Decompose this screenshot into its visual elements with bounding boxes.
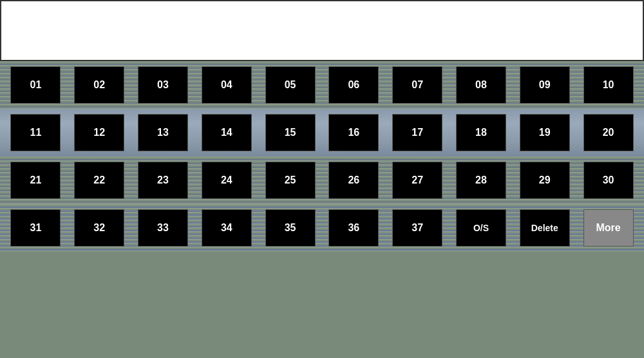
key-17[interactable]: 17 bbox=[392, 114, 442, 151]
key-12[interactable]: 12 bbox=[74, 114, 124, 151]
key-03[interactable]: 03 bbox=[138, 66, 188, 104]
key-22[interactable]: 22 bbox=[74, 162, 124, 199]
key-31[interactable]: 31 bbox=[10, 209, 61, 247]
key-37[interactable]: 37 bbox=[392, 209, 442, 247]
key-06[interactable]: 06 bbox=[328, 66, 379, 104]
key-08[interactable]: 08 bbox=[456, 66, 506, 104]
key-19[interactable]: 19 bbox=[520, 114, 570, 151]
key-32[interactable]: 32 bbox=[74, 209, 124, 247]
keypad-row-2: 11 12 13 14 15 16 17 18 19 20 bbox=[0, 109, 644, 156]
keypad-row-4: 31 32 33 34 35 36 37 O/S Delete More bbox=[0, 204, 644, 252]
key-18[interactable]: 18 bbox=[456, 114, 506, 151]
key-23[interactable]: 23 bbox=[138, 162, 188, 199]
key-14[interactable]: 14 bbox=[202, 114, 252, 151]
key-os[interactable]: O/S bbox=[456, 209, 506, 247]
key-09[interactable]: 09 bbox=[520, 66, 570, 104]
key-delete[interactable]: Delete bbox=[520, 209, 570, 247]
key-16[interactable]: 16 bbox=[328, 114, 379, 151]
key-29[interactable]: 29 bbox=[520, 162, 570, 199]
key-34[interactable]: 34 bbox=[202, 209, 252, 247]
key-04[interactable]: 04 bbox=[202, 66, 252, 104]
keypad-row-1: 01 02 03 04 05 06 07 08 09 10 bbox=[0, 61, 644, 109]
key-01[interactable]: 01 bbox=[10, 66, 61, 104]
key-35[interactable]: 35 bbox=[265, 209, 316, 247]
key-24[interactable]: 24 bbox=[202, 162, 252, 199]
key-27[interactable]: 27 bbox=[392, 162, 442, 199]
key-26[interactable]: 26 bbox=[328, 162, 379, 199]
key-15[interactable]: 15 bbox=[265, 114, 316, 151]
keypad-row-3: 21 22 23 24 25 26 27 28 29 30 bbox=[0, 156, 644, 204]
key-05[interactable]: 05 bbox=[265, 66, 316, 104]
key-28[interactable]: 28 bbox=[456, 162, 506, 199]
key-30[interactable]: 30 bbox=[583, 162, 634, 199]
key-11[interactable]: 11 bbox=[10, 114, 61, 151]
key-02[interactable]: 02 bbox=[74, 66, 124, 104]
key-36[interactable]: 36 bbox=[328, 209, 379, 247]
key-10[interactable]: 10 bbox=[583, 66, 634, 104]
key-20[interactable]: 20 bbox=[583, 114, 634, 151]
key-21[interactable]: 21 bbox=[10, 162, 61, 199]
key-07[interactable]: 07 bbox=[392, 66, 442, 104]
key-33[interactable]: 33 bbox=[138, 209, 188, 247]
key-more[interactable]: More bbox=[583, 209, 634, 247]
key-25[interactable]: 25 bbox=[265, 162, 316, 199]
key-13[interactable]: 13 bbox=[138, 114, 188, 151]
display-screen bbox=[0, 0, 644, 61]
